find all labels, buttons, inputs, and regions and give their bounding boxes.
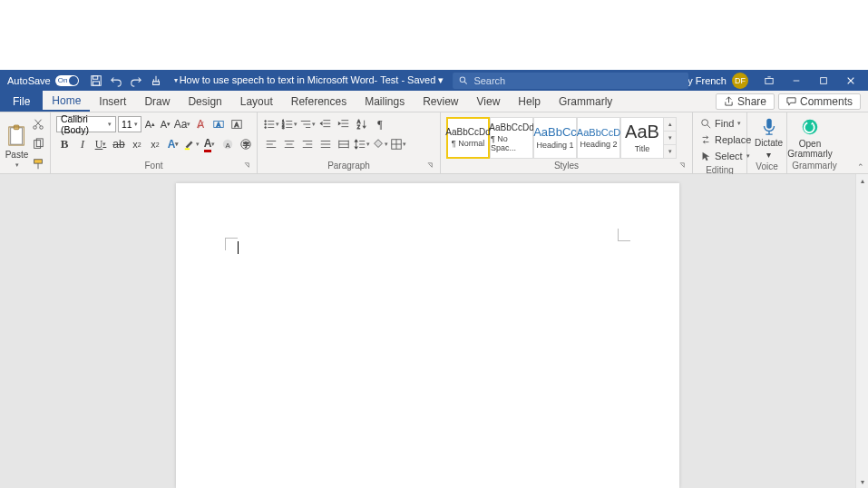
shading-icon[interactable]: ▾ <box>372 136 388 152</box>
svg-rect-5 <box>766 78 773 83</box>
tab-layout[interactable]: Layout <box>231 91 282 112</box>
svg-point-13 <box>34 126 37 130</box>
search-placeholder: Search <box>473 75 505 86</box>
svg-text:字: 字 <box>243 142 249 148</box>
save-icon[interactable] <box>89 73 103 88</box>
svg-line-16 <box>35 120 41 126</box>
scroll-down-icon[interactable]: ▾ <box>856 475 868 488</box>
scroll-up-icon[interactable]: ▴ <box>856 174 868 187</box>
tab-design[interactable]: Design <box>179 91 230 112</box>
numbering-icon[interactable]: 123▾ <box>281 116 297 132</box>
share-button[interactable]: Share <box>716 93 775 110</box>
style-heading-2[interactable]: AaBbCcDHeading 2 <box>577 117 620 159</box>
close-icon[interactable] <box>837 70 864 91</box>
tab-references[interactable]: References <box>282 91 356 112</box>
subscript-icon[interactable]: x2 <box>129 136 145 152</box>
font-size-input[interactable]: 11▾ <box>118 116 141 132</box>
paragraph-launcher-icon[interactable] <box>425 161 434 171</box>
justify-icon[interactable] <box>317 136 334 152</box>
enclose-char-icon[interactable]: 字 <box>238 136 254 152</box>
browser-whitespace <box>0 0 868 70</box>
redo-icon[interactable] <box>129 73 143 88</box>
char-border-icon[interactable]: A <box>229 116 245 132</box>
style-heading-1[interactable]: AaBbCcHeading 1 <box>533 117 577 159</box>
svg-text:A: A <box>216 122 220 128</box>
change-case-icon[interactable]: Aa▾ <box>174 116 190 132</box>
bold-icon[interactable]: B <box>56 136 73 152</box>
font-launcher-icon[interactable] <box>242 161 251 171</box>
minimize-icon[interactable] <box>783 70 810 91</box>
styles-scroll[interactable]: ▴▾▾ <box>664 117 677 159</box>
svg-line-4 <box>464 82 467 84</box>
tab-home[interactable]: Home <box>43 91 90 112</box>
strike-icon[interactable]: ab <box>111 136 127 152</box>
char-shading-icon[interactable]: A <box>219 136 236 152</box>
tab-file[interactable]: File <box>0 91 43 112</box>
align-center-icon[interactable] <box>281 136 297 152</box>
svg-rect-7 <box>821 77 827 83</box>
tab-review[interactable]: Review <box>414 91 467 112</box>
styles-gallery[interactable]: AaBbCcDd¶ NormalAaBbCcDd¶ No Spac...AaBb… <box>444 114 688 161</box>
line-spacing-icon[interactable]: ▾ <box>354 136 370 152</box>
avatar[interactable]: DF <box>732 73 748 89</box>
touch-mode-icon[interactable] <box>149 73 163 88</box>
highlight-icon[interactable]: ▾ <box>183 136 200 152</box>
styles-group-label: Styles <box>554 161 579 171</box>
autosave-toggle[interactable]: On <box>55 75 79 86</box>
maximize-icon[interactable] <box>810 70 837 91</box>
underline-icon[interactable]: U▾ <box>93 136 109 152</box>
font-color-icon[interactable]: A▾ <box>201 136 218 152</box>
ribbon-display-icon[interactable] <box>756 70 783 91</box>
font-name-input[interactable]: Calibri (Body)▾ <box>56 116 116 132</box>
tab-insert[interactable]: Insert <box>90 91 135 112</box>
svg-line-76 <box>707 125 710 128</box>
svg-text:A: A <box>234 122 239 128</box>
bullets-icon[interactable]: ▾ <box>263 116 279 132</box>
svg-rect-2 <box>93 81 99 84</box>
open-grammarly-button[interactable]: Open Grammarly <box>791 114 829 161</box>
select-button[interactable]: Select ▾ <box>700 149 751 163</box>
tab-mailings[interactable]: Mailings <box>356 91 414 112</box>
styles-launcher-icon[interactable] <box>678 161 687 171</box>
paste-button[interactable]: Paste▾ <box>4 114 30 178</box>
svg-text:A: A <box>357 119 361 124</box>
cut-icon[interactable] <box>32 118 44 134</box>
grow-font-icon[interactable]: A▴ <box>143 116 157 132</box>
copy-icon[interactable] <box>32 138 44 154</box>
borders-icon[interactable]: ▾ <box>390 136 406 152</box>
italic-icon[interactable]: I <box>74 136 91 152</box>
dictate-button[interactable]: Dictate▾ <box>751 114 786 161</box>
tab-view[interactable]: View <box>468 91 510 112</box>
clear-format-icon[interactable]: A̷ <box>192 116 209 132</box>
comments-button[interactable]: Comments <box>778 93 861 110</box>
ribbon: Paste▾ Clipboard Calibri (Body)▾ 11▾ A▴ … <box>0 112 868 174</box>
sort-icon[interactable]: AZ <box>354 116 370 132</box>
shrink-font-icon[interactable]: A▾ <box>159 116 172 132</box>
tab-draw[interactable]: Draw <box>135 91 179 112</box>
undo-icon[interactable] <box>109 73 123 88</box>
collapse-ribbon-icon[interactable]: ⌃ <box>857 162 864 171</box>
show-marks-icon[interactable]: ¶ <box>372 116 388 132</box>
page[interactable] <box>176 183 679 488</box>
tab-help[interactable]: Help <box>509 91 550 112</box>
text-effects-icon[interactable]: A▾ <box>165 136 181 152</box>
vertical-scrollbar[interactable]: ▴ ▾ <box>855 174 868 488</box>
search-input[interactable]: Search <box>453 73 688 89</box>
format-painter-icon[interactable] <box>32 158 44 174</box>
phonetic-guide-icon[interactable]: A <box>210 116 227 132</box>
distributed-icon[interactable] <box>336 136 352 152</box>
find-button[interactable]: Find ▾ <box>700 116 751 131</box>
replace-button[interactable]: Replace <box>700 132 751 147</box>
style---no-spac---[interactable]: AaBbCcDd¶ No Spac... <box>490 117 533 159</box>
multilevel-list-icon[interactable]: ▾ <box>299 116 316 132</box>
style-title[interactable]: AaBTitle <box>620 117 664 159</box>
decrease-indent-icon[interactable] <box>317 116 334 132</box>
increase-indent-icon[interactable] <box>336 116 352 132</box>
style---normal[interactable]: AaBbCcDd¶ Normal <box>446 117 490 159</box>
titlebar: AutoSave On ▾ How to use speech to text … <box>0 70 868 91</box>
font-group-label: Font <box>144 161 162 171</box>
superscript-icon[interactable]: x2 <box>147 136 163 152</box>
tab-grammarly[interactable]: Grammarly <box>550 91 621 112</box>
align-left-icon[interactable] <box>263 136 279 152</box>
align-right-icon[interactable] <box>299 136 316 152</box>
